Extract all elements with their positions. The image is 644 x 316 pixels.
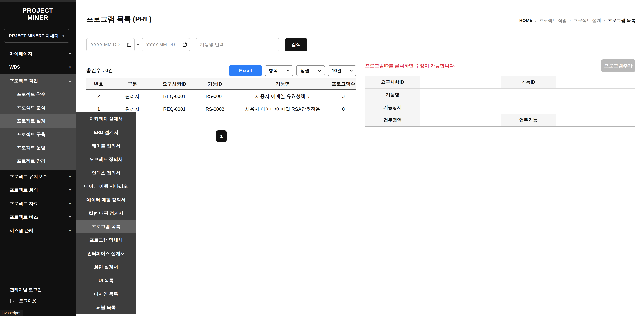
flyout-item-ui-list[interactable]: UI 목록 [76, 274, 136, 287]
item-filter-select[interactable]: 항목 [264, 65, 293, 76]
search-button[interactable]: 검색 [285, 38, 307, 51]
flyout-label: ERD 설계서 [94, 129, 118, 136]
sidebar-item-maintenance[interactable]: 프로젝트 유지보수 ▾ [0, 170, 76, 183]
flyout-item-table-definition[interactable]: 테이블 정의서 [76, 139, 136, 153]
sidebar-item-system[interactable]: 시스템 관리 ▾ [0, 224, 76, 237]
cell-func-id: RS-0001 [195, 90, 235, 103]
cell-func-name: 사용자 아이디/이메일 RSA암호적용 [235, 103, 330, 116]
breadcrumb-home[interactable]: HOME [519, 18, 532, 23]
chevron-down-icon: ▾ [69, 188, 71, 192]
chevron-down-icon: ▾ [62, 34, 64, 38]
flyout-label: 인덱스 정의서 [92, 170, 120, 176]
flyout-item-program-spec[interactable]: 프로그램 명세서 [76, 233, 136, 247]
sidebar-item-material[interactable]: 프로젝트 자료 ▾ [0, 197, 76, 210]
flyout-item-interface-design[interactable]: 인터페이스 설계서 [76, 247, 136, 260]
flyout-label: 아키텍처 설계서 [90, 116, 123, 122]
breadcrumb-current: 프로그램 목록 [608, 18, 636, 24]
function-name-search-input[interactable] [196, 38, 279, 51]
breadcrumb-project-design[interactable]: 프로젝트 설계 [574, 18, 601, 24]
sidebar-item-project-work[interactable]: 프로젝트 작업 ▴ [0, 74, 76, 88]
sidebar-group-project-work: 프로젝트 작업 ▴ 프로젝트 착수 프로젝트 분석 프로젝트 설계 프로젝트 구… [0, 74, 76, 170]
project-selector-dropdown[interactable]: PRJECT MINERT 차세디 ▾ [4, 29, 69, 43]
submenu-label: 프로젝트 설계 [17, 118, 46, 124]
flyout-label: 오브젝트 정의서 [90, 156, 123, 162]
sidebar-item-meeting[interactable]: 프로젝트 회의 ▾ [0, 183, 76, 197]
field-value-req-id [420, 76, 501, 88]
sidebar-item-label: 프로젝트 회의 [10, 187, 38, 193]
sidebar-item-biz[interactable]: 프로젝트 비즈 ▾ [0, 210, 76, 224]
detail-row: 요구사항ID 기능ID [365, 76, 635, 88]
detail-row: 기능명 [365, 88, 635, 101]
select-value: 항목 [269, 68, 278, 74]
table-row[interactable]: 2 관리자 REQ-0001 RS-0001 사용자 이메일 유효성체크 3 [86, 90, 356, 103]
field-label-req-id: 요구사항ID [365, 76, 420, 88]
calendar-icon[interactable] [127, 42, 132, 48]
app-logo: PROJECT MINER [0, 7, 76, 21]
calendar-icon[interactable] [182, 42, 187, 48]
select-value: 정렬 [300, 68, 309, 74]
column-header-func-id: 기능ID [195, 78, 235, 90]
edit-notice-text: 프로그램ID를 클릭하면 수정이 가능합니다. [365, 63, 456, 69]
submenu-label: 프로젝트 착수 [17, 91, 46, 97]
section-divider [86, 58, 636, 59]
flyout-item-erd-design[interactable]: ERD 설계서 [76, 126, 136, 139]
chevron-up-icon: ▴ [69, 79, 71, 83]
cell-req-id: REQ-0001 [154, 90, 195, 103]
flyout-item-program-list[interactable]: 프로그램 목록 [76, 220, 136, 233]
flyout-item-data-migration-scenario[interactable]: 데이터 이행 시나리오 [76, 179, 136, 193]
flyout-item-index-definition[interactable]: 인덱스 정의서 [76, 166, 136, 180]
flyout-item-data-mapping-definition[interactable]: 데이터 매핑 정의서 [76, 193, 136, 206]
main-header: 프로그램 목록 (PRL) HOME › 프로젝트 작업 › 프로젝트 설계 ›… [86, 14, 636, 24]
flyout-item-publishing-list[interactable]: 퍼블 목록 [76, 301, 136, 314]
flyout-label: 화면 설계서 [94, 264, 118, 270]
sidebar: PROJECT MINER PRJECT MINERT 차세디 ▾ 마이페이지 … [0, 0, 76, 316]
detail-row: 업무영역 업무기능 [365, 114, 635, 126]
add-program-button[interactable]: 프로그램추가 [601, 60, 636, 72]
chevron-down-icon [349, 69, 354, 73]
submenu-label: 프로젝트 감리 [17, 158, 46, 164]
logo-line-1: PROJECT [0, 7, 76, 14]
sidebar-menu: 마이페이지 ▾ WBS ▾ 프로젝트 작업 ▴ 프로젝트 착수 프로젝트 분석 [0, 47, 76, 237]
column-header-type: 구분 [111, 78, 154, 90]
chevron-down-icon: ▾ [69, 174, 71, 179]
sidebar-top-strip [0, 0, 76, 2]
sidebar-subitem-project-design[interactable]: 프로젝트 설계 [0, 114, 76, 128]
date-range-separator: ~ [135, 42, 142, 47]
sidebar-subitem-project-build[interactable]: 프로젝트 구축 [0, 128, 76, 141]
sidebar-subitem-project-analysis[interactable]: 프로젝트 분석 [0, 101, 76, 114]
flyout-label: 디자인 목록 [94, 291, 118, 297]
chevron-down-icon [318, 69, 322, 73]
sidebar-item-label: 프로젝트 비즈 [10, 214, 38, 220]
date-from-wrap [86, 38, 135, 51]
cell-no: 2 [86, 90, 111, 103]
program-detail-table: 요구사항ID 기능ID 기능명 기능상세 [365, 76, 636, 127]
page-title: 프로그램 목록 (PRL) [86, 14, 152, 24]
page-size-select[interactable]: 10건 [328, 65, 356, 76]
date-to-wrap [142, 38, 190, 51]
cell-program-count: 3 [330, 90, 356, 103]
chevron-down-icon: ▾ [69, 228, 71, 233]
sidebar-item-wbs[interactable]: WBS ▾ [0, 61, 76, 74]
sidebar-subitem-project-audit[interactable]: 프로젝트 감리 [0, 154, 76, 168]
logout-button[interactable]: 로그아웃 [0, 293, 76, 309]
detail-row: 기능상세 [365, 101, 635, 114]
project-selector-label: PRJECT MINERT 차세디 [9, 33, 59, 39]
sidebar-item-label: 프로젝트 유지보수 [10, 174, 47, 180]
flyout-item-architecture-design[interactable]: 아키텍처 설계서 [76, 112, 136, 126]
sidebar-subitem-project-operation[interactable]: 프로젝트 운영 [0, 141, 76, 154]
sidebar-item-mypage[interactable]: 마이페이지 ▾ [0, 47, 76, 61]
flyout-item-design-list[interactable]: 디자인 목록 [76, 287, 136, 301]
flyout-item-screen-design[interactable]: 화면 설계서 [76, 260, 136, 274]
flyout-item-column-mapping-definition[interactable]: 칼럼 매핑 정의서 [76, 206, 136, 220]
page-button-1[interactable]: 1 [216, 130, 226, 142]
flyout-label: 테이블 정의서 [92, 143, 120, 149]
field-label-func-detail: 기능상세 [365, 101, 420, 114]
field-value-func-id [556, 76, 635, 88]
excel-export-button[interactable]: Excel [229, 65, 262, 76]
field-label-func-id: 기능ID [501, 76, 556, 88]
flyout-item-object-definition[interactable]: 오브젝트 정의서 [76, 153, 136, 166]
breadcrumb-project-work[interactable]: 프로젝트 작업 [539, 18, 567, 24]
sort-select[interactable]: 정렬 [296, 65, 325, 76]
sidebar-subitem-project-kickoff[interactable]: 프로젝트 착수 [0, 88, 76, 101]
content-columns: 총건수 : 0건 Excel 항목 정렬 [86, 65, 636, 142]
